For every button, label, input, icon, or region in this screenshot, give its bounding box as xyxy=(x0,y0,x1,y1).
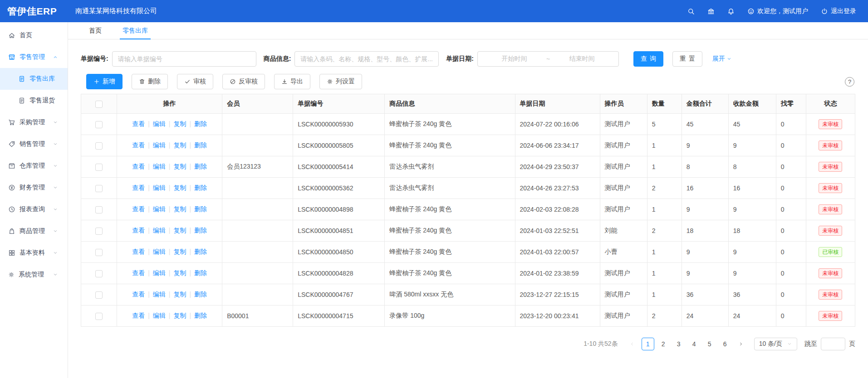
row-action-copy[interactable]: 复制 xyxy=(173,269,186,276)
unaudit-button[interactable]: 反审核 xyxy=(222,74,265,89)
row-action-copy[interactable]: 复制 xyxy=(173,227,186,234)
sidebar-item-label: 采购管理 xyxy=(20,118,45,126)
sidebar-item-retail[interactable]: 零售管理 xyxy=(0,46,68,68)
user-menu[interactable]: 欢迎您，测试用户 xyxy=(747,7,808,15)
row-checkbox[interactable] xyxy=(95,249,103,256)
tab-home[interactable]: 首页 xyxy=(89,22,102,39)
row-action-copy[interactable]: 复制 xyxy=(173,248,186,255)
status-badge: 未审核 xyxy=(819,311,842,321)
logout-button[interactable]: 退出登录 xyxy=(821,7,856,15)
row-checkbox[interactable] xyxy=(95,313,103,320)
row-action-edit[interactable]: 编辑 xyxy=(153,291,166,298)
row-action-edit[interactable]: 编辑 xyxy=(153,120,166,127)
search-icon[interactable] xyxy=(687,8,695,15)
row-action-delete[interactable]: 删除 xyxy=(194,291,207,298)
row-action-delete[interactable]: 删除 xyxy=(194,312,207,319)
page-size-select[interactable]: 10 条/页 xyxy=(754,338,797,350)
reset-button[interactable]: 重置 xyxy=(672,51,702,67)
audit-button[interactable]: 审核 xyxy=(177,74,213,89)
row-action-delete[interactable]: 删除 xyxy=(194,163,207,170)
next-page-button[interactable] xyxy=(735,338,747,350)
sidebar-item-warehouse[interactable]: 仓库管理 xyxy=(0,155,68,177)
select-all-checkbox[interactable] xyxy=(95,101,103,108)
export-button[interactable]: 导出 xyxy=(274,74,310,89)
sidebar-item-retail-return[interactable]: 零售退货 xyxy=(0,90,68,111)
sidebar-item-sales[interactable]: 销售管理 xyxy=(0,133,68,155)
row-action-edit[interactable]: 编辑 xyxy=(153,184,166,191)
action-separator: | xyxy=(189,205,191,213)
row-action-view[interactable]: 查看 xyxy=(132,184,145,191)
row-checkbox[interactable] xyxy=(95,270,103,277)
row-action-view[interactable]: 查看 xyxy=(132,269,145,276)
bell-icon[interactable] xyxy=(727,8,735,15)
row-action-copy[interactable]: 复制 xyxy=(173,205,186,213)
row-action-view[interactable]: 查看 xyxy=(132,248,145,255)
tab-retail-outbound[interactable]: 零售出库 xyxy=(123,22,148,39)
row-action-edit[interactable]: 编辑 xyxy=(153,269,166,276)
row-checkbox[interactable] xyxy=(95,142,103,150)
date-start-placeholder: 开始时间 xyxy=(482,55,546,63)
row-action-view[interactable]: 查看 xyxy=(132,227,145,234)
page-4[interactable]: 4 xyxy=(688,338,701,350)
row-action-copy[interactable]: 复制 xyxy=(173,163,186,170)
row-action-delete[interactable]: 删除 xyxy=(194,227,207,234)
sidebar-item-goods[interactable]: 商品管理 xyxy=(0,220,68,242)
row-action-view[interactable]: 查看 xyxy=(132,120,145,127)
row-checkbox[interactable] xyxy=(95,164,103,171)
sidebar-item-finance[interactable]: 财务管理 xyxy=(0,177,68,199)
add-button[interactable]: 新增 xyxy=(86,74,123,89)
row-action-delete[interactable]: 删除 xyxy=(194,184,207,191)
row-action-delete[interactable]: 删除 xyxy=(194,120,207,127)
row-action-edit[interactable]: 编辑 xyxy=(153,163,166,170)
row-action-view[interactable]: 查看 xyxy=(132,141,145,149)
row-action-edit[interactable]: 编辑 xyxy=(153,227,166,234)
sidebar-item-system[interactable]: 系统管理 xyxy=(0,264,68,286)
row-action-edit[interactable]: 编辑 xyxy=(153,141,166,149)
page-2[interactable]: 2 xyxy=(657,338,670,350)
row-action-view[interactable]: 查看 xyxy=(132,205,145,213)
prev-page-button[interactable] xyxy=(626,338,638,350)
sidebar-item-reports[interactable]: 报表查询 xyxy=(0,199,68,220)
row-select-cell xyxy=(81,178,117,199)
doc-no-input[interactable] xyxy=(112,51,256,67)
delete-button[interactable]: 删除 xyxy=(132,74,168,89)
row-action-copy[interactable]: 复制 xyxy=(173,141,186,149)
row-action-delete[interactable]: 删除 xyxy=(194,141,207,149)
action-separator: | xyxy=(148,163,150,170)
page-6[interactable]: 6 xyxy=(719,338,731,350)
bank-icon[interactable] xyxy=(707,8,715,15)
row-action-copy[interactable]: 复制 xyxy=(173,120,186,127)
help-button[interactable]: ? xyxy=(845,77,854,87)
row-action-edit[interactable]: 编辑 xyxy=(153,248,166,255)
row-action-delete[interactable]: 删除 xyxy=(194,269,207,276)
search-button[interactable]: 查询 xyxy=(633,51,663,67)
row-action-edit[interactable]: 编辑 xyxy=(153,312,166,319)
row-checkbox[interactable] xyxy=(95,206,103,213)
row-action-delete[interactable]: 删除 xyxy=(194,248,207,255)
sidebar-item-basic[interactable]: 基本资料 xyxy=(0,242,68,264)
row-action-edit[interactable]: 编辑 xyxy=(153,205,166,213)
row-checkbox[interactable] xyxy=(95,228,103,235)
sidebar-item-home[interactable]: 首页 xyxy=(0,24,68,46)
row-action-delete[interactable]: 删除 xyxy=(194,205,207,213)
column-settings-label: 列设置 xyxy=(336,78,355,86)
date-range-input[interactable]: 开始时间 ~ 结束时间 xyxy=(477,51,619,67)
row-checkbox[interactable] xyxy=(95,121,103,128)
row-action-view[interactable]: 查看 xyxy=(132,163,145,170)
column-settings-button[interactable]: 列设置 xyxy=(319,74,362,89)
sidebar-item-retail-outbound[interactable]: 零售出库 xyxy=(0,68,68,90)
product-input[interactable] xyxy=(294,51,439,67)
row-action-copy[interactable]: 复制 xyxy=(173,312,186,319)
row-checkbox[interactable] xyxy=(95,291,103,299)
page-1[interactable]: 1 xyxy=(642,338,654,350)
row-action-view[interactable]: 查看 xyxy=(132,312,145,319)
jump-input[interactable] xyxy=(821,338,845,350)
row-checkbox[interactable] xyxy=(95,185,103,192)
page-3[interactable]: 3 xyxy=(672,338,685,350)
expand-link[interactable]: 展开 xyxy=(712,55,732,63)
row-action-copy[interactable]: 复制 xyxy=(173,291,186,298)
page-5[interactable]: 5 xyxy=(703,338,716,350)
row-action-copy[interactable]: 复制 xyxy=(173,184,186,191)
row-action-view[interactable]: 查看 xyxy=(132,291,145,298)
sidebar-item-purchase[interactable]: 采购管理 xyxy=(0,111,68,133)
